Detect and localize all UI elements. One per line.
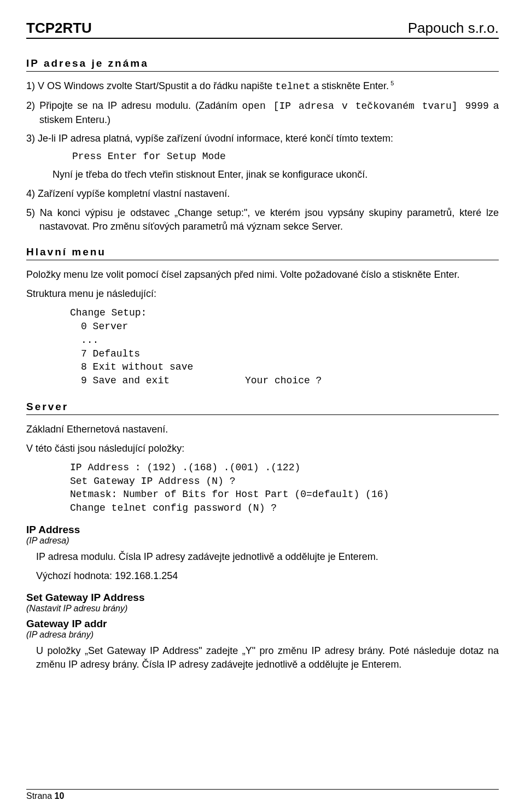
paragraph: V této části jsou následující položky: [26, 442, 499, 455]
text: 3) Je-li IP adresa platná, vypíše zaříze… [26, 133, 393, 144]
code-line: Netmask: Number of Bits for Host Part (0… [70, 488, 499, 501]
definition-subtitle: (Nastavit IP adresu brány) [26, 604, 499, 614]
code-line: ... [81, 334, 499, 347]
code-line: Set Gateway IP Address (N) ? [70, 475, 499, 488]
code-line: Press Enter for Setup Mode [72, 150, 499, 163]
list-item: 2) Připojte se na IP adresu modulu. (Zad… [39, 99, 499, 127]
page: TCP2RTU Papouch s.r.o. IP adresa je znám… [0, 0, 525, 812]
inline-code: open [IP adresa v tečkovaném tvaru] 9999 [242, 101, 488, 112]
definition-subtitle: (IP adresa brány) [26, 630, 499, 640]
header-title-right: Papouch s.r.o. [408, 20, 499, 37]
code-line: Your choice ? [245, 374, 499, 388]
paragraph: IP adresa modulu. Čísla IP adresy zadáve… [36, 550, 499, 564]
code-line: Change Setup: [70, 306, 499, 320]
list-item: 1) V OS Windows zvolte Start/Spustit a d… [39, 79, 499, 94]
code-line: Change telnet config password (N) ? [70, 501, 499, 515]
header-title-left: TCP2RTU [26, 20, 92, 37]
definition-body: IP adresa modulu. Čísla IP adresy zadáve… [36, 550, 499, 583]
text: 1) V OS Windows zvolte Start/Spustit a d… [26, 80, 275, 91]
definition-title-gateway-addr: Gateway IP addr [26, 618, 499, 630]
paragraph: U položky „Set Gateway IP Address" zadej… [36, 644, 499, 671]
code-line: 7 Defaults [81, 347, 499, 361]
footnote-ref: 5 [389, 80, 394, 86]
code-line: IP Address : (192) .(168) .(001) .(122) [70, 461, 499, 475]
page-footer: Strana 10 [26, 789, 499, 801]
menu-structure-block: Change Setup: 0 Server ... 7 Defaults 8 … [70, 306, 499, 388]
page-header: TCP2RTU Papouch s.r.o. [26, 20, 499, 39]
definition-title-set-gateway: Set Gateway IP Address [26, 592, 499, 604]
text: a stiskněte Enter. [311, 80, 389, 91]
code-line: 8 Exit without save [81, 360, 499, 374]
inline-code: telnet [275, 81, 311, 92]
list-item: 4) Zařízení vypíše kompletní vlastní nas… [39, 187, 499, 201]
list-item: 3) Je-li IP adresa platná, vypíše zaříze… [39, 132, 499, 181]
definition-subtitle: (IP adresa) [26, 536, 499, 546]
paragraph: Struktura menu je následující: [26, 287, 499, 301]
footer-page-number: 10 [55, 791, 65, 801]
section-heading-server: Server [26, 401, 499, 415]
definition-body: U položky „Set Gateway IP Address" zadej… [36, 644, 499, 671]
paragraph: Výchozí hodnota: 192.168.1.254 [36, 569, 499, 583]
server-config-block: IP Address : (192) .(168) .(001) .(122) … [70, 461, 499, 515]
section-heading-ip-known: IP adresa je známa [26, 57, 499, 72]
paragraph: Položky menu lze volit pomocí čísel zaps… [26, 268, 499, 282]
text: Nyní je třeba do třech vteřin stisknout … [52, 168, 499, 182]
paragraph: Základní Ethernetová nastavení. [26, 423, 499, 436]
definition-title-ip-address: IP Address [26, 524, 499, 536]
footer-page-label: Strana [26, 791, 55, 801]
list-item: 5) Na konci výpisu je odstavec „Change s… [39, 206, 499, 233]
text: 2) Připojte se na IP adresu modulu. (Zad… [26, 100, 242, 111]
code-line: 0 Server [81, 320, 499, 334]
code-line: 9 Save and exit [81, 374, 245, 388]
numbered-list: 1) V OS Windows zvolte Start/Spustit a d… [26, 79, 499, 233]
section-heading-main-menu: Hlavní menu [26, 246, 499, 260]
